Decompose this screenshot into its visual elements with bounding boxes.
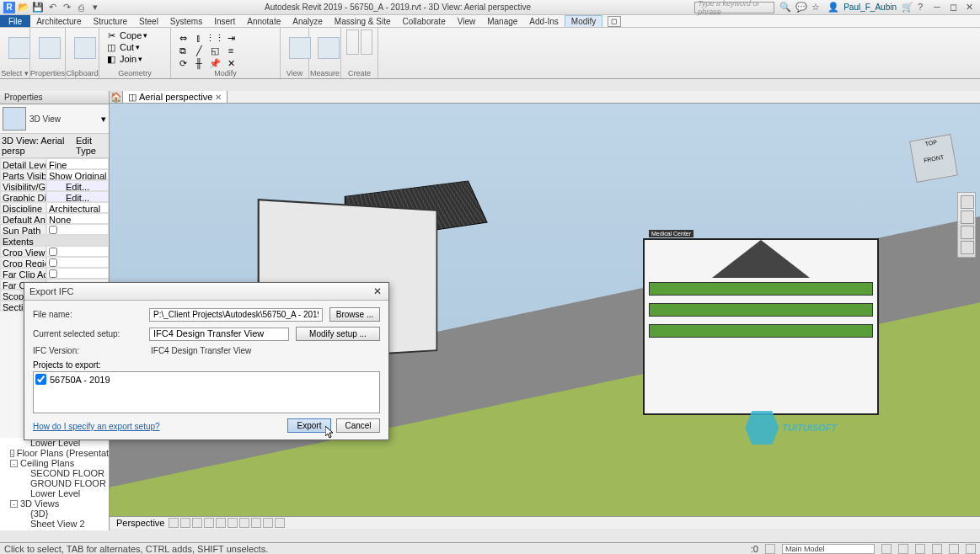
vcb-detail-icon[interactable] (169, 518, 179, 528)
tree-toggle-icon[interactable]: - (10, 500, 18, 508)
prop-value[interactable]: Show Original (46, 169, 109, 180)
prop-value[interactable]: Fine (46, 158, 109, 169)
tree-toggle-icon[interactable]: - (10, 460, 18, 467)
tab-steel[interactable]: Steel (133, 15, 164, 27)
qat-redo-icon[interactable]: ↷ (61, 2, 72, 13)
filename-input[interactable] (149, 308, 323, 322)
vcb-crop-icon[interactable] (228, 518, 238, 528)
setup-select[interactable]: IFC4 Design Transfer View (149, 328, 289, 341)
browse-button[interactable]: Browse ... (329, 307, 380, 322)
sb-face-icon[interactable] (966, 544, 976, 554)
tab-structure[interactable]: Structure (87, 15, 133, 27)
tree-item[interactable]: Sheet View 2 (0, 519, 109, 529)
fullnav-icon[interactable] (961, 195, 974, 209)
qat-dropdown-icon[interactable]: ▾ (89, 2, 101, 13)
tree-item[interactable]: GROUND FLOOR (0, 478, 109, 488)
pan-icon[interactable] (961, 210, 974, 224)
tree-toggle-icon[interactable]: - (10, 450, 14, 457)
restore-icon[interactable]: ◻ (950, 2, 961, 13)
create-icon-1[interactable] (346, 29, 359, 55)
measure-button[interactable] (314, 29, 343, 67)
sb-design-icon[interactable] (898, 544, 908, 554)
tab-manage[interactable]: Manage (481, 15, 523, 27)
qat-print-icon[interactable]: ⎙ (75, 2, 87, 13)
vcb-reveal-icon[interactable] (275, 518, 285, 528)
tab-annotate[interactable]: Annotate (241, 15, 287, 27)
modify-tool-button[interactable] (5, 29, 34, 67)
move-icon[interactable]: ⇔ (176, 32, 190, 44)
view-tab-aerial[interactable]: ◫ Aerial perspective ✕ (123, 91, 228, 103)
zoom-icon[interactable] (961, 226, 974, 239)
ribbon-collapse-icon[interactable]: ▢ (608, 16, 621, 27)
vcb-lock-icon[interactable] (251, 518, 261, 528)
project-checkbox[interactable] (35, 374, 46, 385)
tab-view[interactable]: View (452, 15, 482, 27)
array-icon[interactable]: ⋮⋮ (208, 32, 222, 44)
prop-value[interactable] (46, 224, 109, 235)
comm-icon[interactable]: 💬 (795, 2, 806, 13)
help-icon[interactable]: ? (918, 2, 929, 13)
tree-item[interactable]: SECOND FLOOR (0, 468, 109, 478)
prop-value[interactable] (46, 268, 109, 279)
search-icon[interactable]: 🔍 (779, 2, 790, 13)
tree-item[interactable]: -3D Views (0, 498, 109, 509)
star-icon[interactable]: ☆ (811, 2, 822, 13)
projects-listbox[interactable]: 56750A - 2019 (33, 371, 380, 413)
prop-value[interactable] (46, 257, 109, 268)
prop-value[interactable]: Edit... (46, 180, 109, 191)
qat-open-icon[interactable]: 📂 (18, 2, 29, 13)
create-icon-2[interactable] (361, 29, 373, 55)
user-name[interactable]: Paul_F_Aubin (843, 3, 897, 12)
qat-undo-icon[interactable]: ↶ (46, 2, 58, 13)
minimize-icon[interactable]: ─ (934, 2, 945, 13)
search-input[interactable]: Type a keyword or phrase (694, 2, 774, 13)
sb-workset-icon[interactable] (765, 544, 775, 554)
tab-architecture[interactable]: Architecture (30, 15, 87, 27)
view-home-icon[interactable]: 🏠 (110, 91, 123, 103)
qat-save-icon[interactable]: 💾 (32, 2, 44, 13)
sb-link-icon[interactable] (915, 544, 925, 554)
align-icon[interactable]: ≡ (224, 45, 238, 56)
user-icon[interactable]: 👤 (827, 2, 838, 13)
tab-insert[interactable]: Insert (208, 15, 241, 27)
tree-item[interactable]: -Floor Plans (Presentation) (0, 448, 109, 458)
sb-filter-icon[interactable] (881, 544, 892, 554)
tab-systems[interactable]: Systems (164, 15, 208, 27)
paste-button[interactable] (71, 29, 99, 67)
rotate-icon[interactable]: ⟳ (176, 57, 190, 69)
orbit-icon[interactable] (961, 241, 974, 254)
instance-label[interactable]: 3D View: Aerial persp (2, 136, 73, 156)
trim-icon[interactable]: ╱ (192, 45, 206, 56)
dialog-close-icon[interactable]: ✕ (372, 285, 383, 297)
vcb-crop2-icon[interactable] (239, 518, 249, 528)
cancel-button[interactable]: Cancel (336, 418, 380, 433)
help-link[interactable]: How do I specify an export setup? (33, 422, 160, 431)
copy-icon[interactable]: ⧉ (176, 45, 190, 56)
properties-button[interactable] (35, 29, 64, 67)
prop-value[interactable]: None (46, 213, 109, 224)
sb-drag-icon[interactable] (949, 544, 959, 554)
prop-value[interactable] (46, 246, 109, 257)
prop-value[interactable]: Edit... (46, 191, 109, 202)
tab-massing[interactable]: Massing & Site (329, 15, 397, 27)
tree-item[interactable]: {3D} (0, 509, 109, 519)
tab-analyze[interactable]: Analyze (287, 15, 329, 27)
tab-addins[interactable]: Add-Ins (523, 15, 564, 27)
model-selector[interactable]: Main Model (782, 544, 875, 554)
tab-modify[interactable]: Modify (565, 15, 602, 27)
vcb-scale[interactable]: Perspective (114, 518, 167, 528)
project-item[interactable]: 56750A - 2019 (35, 374, 378, 385)
edit-type-button[interactable]: Edit Type (76, 136, 107, 156)
delete-icon[interactable]: ✕ (224, 57, 238, 69)
view-tab-close-icon[interactable]: ✕ (215, 93, 222, 102)
mirror-icon[interactable]: ⫿ (192, 32, 206, 44)
modify-setup-button[interactable]: Modify setup ... (296, 327, 380, 341)
tab-collaborate[interactable]: Collaborate (397, 15, 452, 27)
cope-button[interactable]: ✂Cope ▾ (104, 29, 165, 41)
file-tab[interactable]: File (0, 15, 30, 27)
vcb-visual-icon[interactable] (180, 518, 190, 528)
join-button[interactable]: ◧Join ▾ (104, 53, 165, 65)
sb-pin-icon[interactable] (932, 544, 942, 554)
tree-item[interactable]: -Ceiling Plans (0, 458, 109, 468)
vcb-shadow-icon[interactable] (204, 518, 214, 528)
